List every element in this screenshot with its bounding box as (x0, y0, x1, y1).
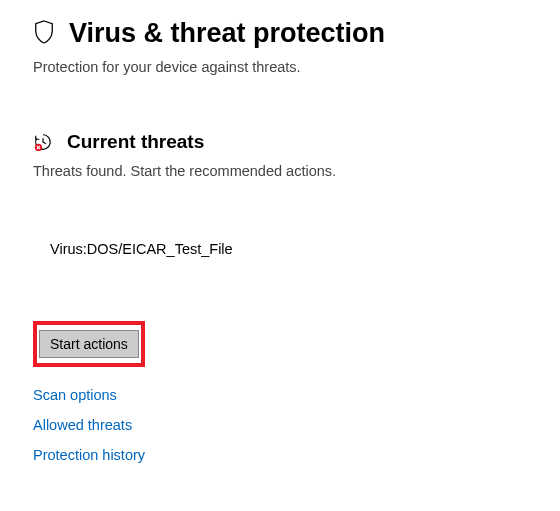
links-list: Scan options Allowed threats Protection … (33, 387, 527, 463)
section-title: Current threats (67, 131, 204, 153)
threat-name: Virus:DOS/EICAR_Test_File (50, 241, 527, 257)
shield-icon (33, 19, 55, 49)
section-subtitle: Threats found. Start the recommended act… (33, 163, 527, 179)
scan-options-link[interactable]: Scan options (33, 387, 117, 403)
start-actions-highlight: Start actions (33, 321, 145, 367)
page-header: Virus & threat protection (33, 18, 527, 49)
start-actions-button[interactable]: Start actions (39, 330, 139, 358)
section-header: Current threats (33, 131, 527, 153)
allowed-threats-link[interactable]: Allowed threats (33, 417, 132, 433)
page-title: Virus & threat protection (69, 18, 385, 49)
page-subtitle: Protection for your device against threa… (33, 59, 527, 75)
history-alert-icon (33, 132, 53, 152)
protection-history-link[interactable]: Protection history (33, 447, 145, 463)
